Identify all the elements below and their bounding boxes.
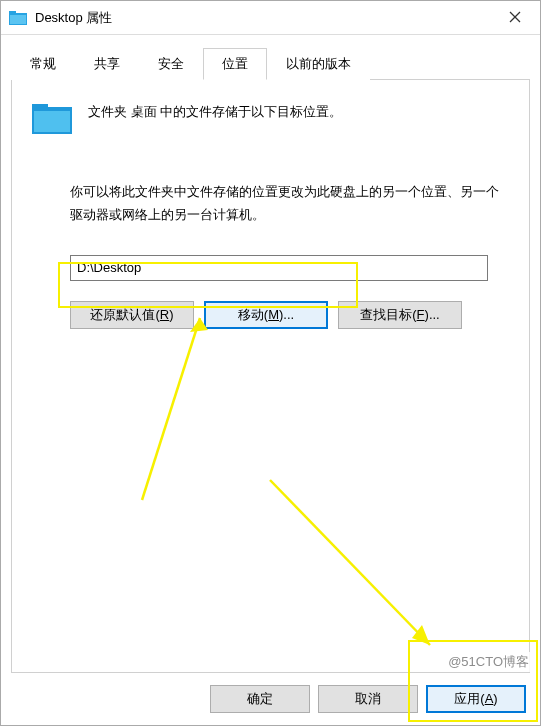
description-text: 你可以将此文件夹中文件存储的位置更改为此硬盘上的另一个位置、另一个驱动器或网络上… bbox=[70, 180, 509, 227]
apply-button[interactable]: 应用(A) bbox=[426, 685, 526, 713]
close-button[interactable] bbox=[492, 2, 538, 34]
close-icon bbox=[509, 10, 521, 26]
info-row: 文件夹 桌面 中的文件存储于以下目标位置。 bbox=[32, 102, 509, 134]
tab-security[interactable]: 安全 bbox=[139, 48, 203, 80]
svg-rect-6 bbox=[32, 104, 48, 109]
folder-icon bbox=[9, 11, 27, 25]
tab-previous-versions[interactable]: 以前的版本 bbox=[267, 48, 370, 80]
properties-dialog: Desktop 属性 常规 共享 安全 位置 以前的版本 bbox=[0, 0, 541, 726]
svg-rect-7 bbox=[34, 111, 70, 132]
watermark: @51CTO博客 bbox=[444, 652, 533, 672]
window-title: Desktop 属性 bbox=[35, 9, 492, 27]
ok-button[interactable]: 确定 bbox=[210, 685, 310, 713]
tab-sharing[interactable]: 共享 bbox=[75, 48, 139, 80]
dialog-button-row: 确定 取消 应用(A) bbox=[1, 673, 540, 725]
move-button[interactable]: 移动(M)... bbox=[204, 301, 328, 329]
svg-rect-2 bbox=[10, 15, 26, 24]
restore-defaults-button[interactable]: 还原默认值(R) bbox=[70, 301, 194, 329]
intro-text: 文件夹 桌面 中的文件存储于以下目标位置。 bbox=[88, 102, 342, 123]
tab-container: 常规 共享 安全 位置 以前的版本 文件夹 桌面 中的文件存储于以下目标位置。 … bbox=[1, 35, 540, 673]
large-folder-icon bbox=[32, 104, 72, 134]
tab-content-location: 文件夹 桌面 中的文件存储于以下目标位置。 你可以将此文件夹中文件存储的位置更改… bbox=[11, 80, 530, 673]
action-button-row: 还原默认值(R) 移动(M)... 查找目标(F)... bbox=[70, 301, 509, 329]
titlebar: Desktop 属性 bbox=[1, 1, 540, 35]
path-input[interactable] bbox=[70, 255, 488, 281]
cancel-button[interactable]: 取消 bbox=[318, 685, 418, 713]
tab-general[interactable]: 常规 bbox=[11, 48, 75, 80]
tab-location[interactable]: 位置 bbox=[203, 48, 267, 80]
tab-strip: 常规 共享 安全 位置 以前的版本 bbox=[11, 47, 530, 80]
svg-rect-1 bbox=[9, 11, 16, 14]
find-target-button[interactable]: 查找目标(F)... bbox=[338, 301, 462, 329]
path-input-row bbox=[70, 255, 509, 281]
